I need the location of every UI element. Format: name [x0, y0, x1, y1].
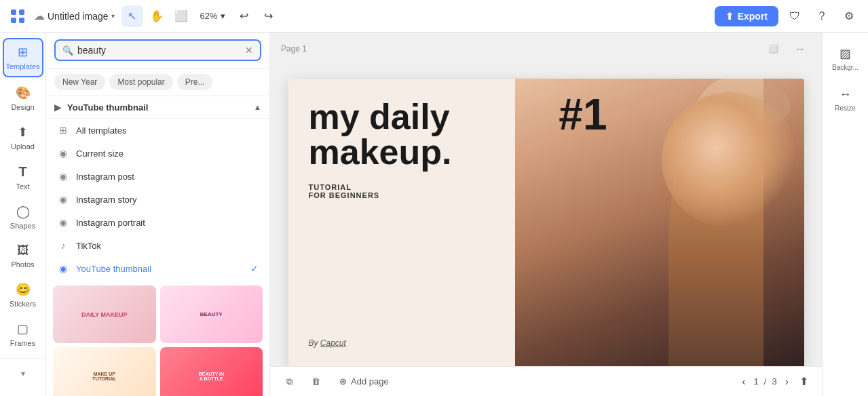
category-instagram-portrait[interactable]: ◉ Instagram portrait	[46, 211, 269, 234]
copy-icon: ⧉	[286, 376, 293, 387]
zoom-chevron-icon: ▾	[221, 11, 225, 21]
canvas-scroll[interactable]: my daily makeup. TUTORIAL FOR BEGINNERS …	[270, 65, 822, 366]
help-button[interactable]: ?	[811, 5, 833, 27]
youtube-thumbnail-header[interactable]: ▶ YouTube thumbnail ▲	[46, 96, 269, 119]
stickers-icon: 😊	[16, 282, 31, 297]
current-size-label: Current size	[76, 148, 124, 159]
filter-tab-most-popular[interactable]: Most popular	[109, 74, 172, 90]
main-layout: ⊞ Templates 🎨 Design ⬆ Upload T Text ◯ S…	[0, 33, 868, 396]
category-current-size[interactable]: ◉ Current size	[46, 142, 269, 165]
logo-icon[interactable]	[8, 7, 27, 26]
page-navigation: ‹ 1 / 3 › ⬆	[739, 372, 811, 391]
frames-icon: ▢	[17, 321, 29, 336]
cloud-icon: ☁	[34, 9, 45, 22]
page-current: 1	[754, 376, 759, 387]
sidebar-item-shapes-label: Shapes	[10, 222, 35, 230]
tiktok-label: TikTok	[76, 241, 101, 251]
export-button[interactable]: ⬆ Export	[715, 6, 778, 26]
sidebar-item-design[interactable]: 🎨 Design	[3, 80, 43, 117]
svg-rect-3	[19, 18, 24, 23]
youtube-thumbnail-label: YouTube thumbnail	[76, 264, 151, 274]
add-page-button[interactable]: ⊕ Add page	[334, 372, 394, 391]
zoom-value: 62%	[200, 11, 218, 21]
canvas-expand-button[interactable]: ⬜	[762, 38, 784, 60]
design-icon: 🎨	[16, 85, 31, 100]
svg-rect-2	[11, 18, 16, 23]
canvas-header: Page 1 ⬜ ···	[270, 33, 822, 65]
text-icon: T	[18, 164, 26, 180]
cursor-tool-button[interactable]: ↖	[121, 5, 143, 27]
sidebar-item-frames[interactable]: ▢ Frames	[3, 316, 43, 353]
document-title-area[interactable]: ☁ Untitled image ▾	[34, 9, 115, 22]
canvas-more-button[interactable]: ···	[789, 38, 811, 60]
category-header-icon: ▶	[54, 102, 62, 113]
templates-panel: 🔍 ✕ New Year Most popular Pre... ▶ YouTu…	[46, 33, 270, 396]
current-size-icon: ◉	[57, 148, 69, 159]
sidebar-expand-button[interactable]: ▾	[3, 364, 43, 383]
search-clear-button[interactable]: ✕	[245, 45, 253, 56]
sidebar-item-photos[interactable]: 🖼 Photos	[3, 238, 43, 274]
category-instagram-story[interactable]: ◉ Instagram story	[46, 188, 269, 211]
sidebar-item-text[interactable]: T Text	[3, 159, 43, 196]
delete-page-button[interactable]: 🗑	[306, 372, 326, 391]
sidebar-item-frames-label: Frames	[10, 339, 35, 347]
sidebar-item-stickers-label: Stickers	[10, 300, 36, 308]
filter-tab-pre[interactable]: Pre...	[177, 74, 213, 90]
right-panel-resize[interactable]: ↔ Resize	[825, 82, 866, 117]
category-instagram-post[interactable]: ◉ Instagram post	[46, 165, 269, 188]
sidebar-item-photos-label: Photos	[11, 260, 34, 269]
redo-button[interactable]: ↪	[258, 5, 280, 27]
category-all-templates[interactable]: ⊞ All templates	[46, 119, 269, 142]
tiktok-icon: ♪	[57, 240, 69, 251]
template-thumbnail-2[interactable]: BEAUTY	[160, 285, 263, 343]
export-label: Export	[738, 11, 768, 22]
instagram-portrait-icon: ◉	[57, 217, 69, 228]
topbar-right: ⬆ Export 🛡 ? ⚙	[715, 5, 860, 27]
thumbnail-grid: DAILY MAKEUP BEAUTY MAKE UPTUTORIAL BEAU…	[46, 280, 269, 396]
settings-button[interactable]: ⚙	[838, 5, 860, 27]
all-templates-label: All templates	[76, 125, 126, 136]
resize-panel-label: Resize	[835, 104, 856, 112]
hand-tool-button[interactable]: ✋	[146, 5, 168, 27]
export-icon: ⬆	[725, 11, 734, 22]
frame-tool-button[interactable]: ⬜	[170, 5, 192, 27]
next-page-button[interactable]: ›	[782, 373, 791, 391]
prev-page-button[interactable]: ‹	[739, 373, 748, 391]
background-panel-icon: ▨	[839, 46, 851, 61]
all-templates-icon: ⊞	[57, 125, 69, 136]
instagram-post-icon: ◉	[57, 171, 69, 182]
sidebar-item-upload[interactable]: ⬆ Upload	[3, 119, 43, 156]
category-youtube-thumbnail[interactable]: ◉ YouTube thumbnail ✓	[46, 257, 269, 280]
topbar: ☁ Untitled image ▾ ↖ ✋ ⬜ 62% ▾ ↩ ↪ ⬆ Exp…	[0, 0, 868, 33]
search-bar: 🔍 ✕	[46, 33, 269, 68]
sidebar-item-stickers[interactable]: 😊 Stickers	[3, 277, 43, 313]
svg-rect-0	[11, 9, 16, 15]
youtube-check-icon: ✓	[250, 263, 259, 274]
expand-button[interactable]: ⬆	[797, 372, 811, 391]
canvas-text-overlay: my daily makeup. TUTORIAL FOR BEGINNERS …	[288, 79, 536, 366]
canvas-credit: By Capcut	[309, 338, 516, 348]
filter-tab-new-year[interactable]: New Year	[54, 74, 105, 90]
template-thumbnail-1[interactable]: DAILY MAKEUP	[53, 285, 156, 343]
search-input[interactable]	[77, 45, 241, 56]
add-page-icon: ⊕	[339, 376, 347, 387]
canvas-subtitle: TUTORIAL FOR BEGINNERS	[309, 183, 516, 199]
sidebar-item-upload-label: Upload	[11, 142, 35, 151]
instagram-portrait-label: Instagram portrait	[76, 218, 145, 228]
category-tiktok[interactable]: ♪ TikTok	[46, 234, 269, 257]
sidebar-item-shapes[interactable]: ◯ Shapes	[3, 199, 43, 235]
undo-button[interactable]: ↩	[233, 5, 255, 27]
canvas-page[interactable]: my daily makeup. TUTORIAL FOR BEGINNERS …	[288, 79, 804, 366]
photos-icon: 🖼	[17, 243, 29, 258]
sidebar-item-design-label: Design	[11, 103, 34, 111]
template-thumbnail-4[interactable]: BEAUTY INA BOTTLE	[160, 347, 263, 396]
right-panel-background[interactable]: ▨ Backgr...	[825, 41, 866, 77]
resize-panel-icon: ↔	[839, 87, 852, 102]
sidebar-item-templates[interactable]: ⊞ Templates	[3, 38, 43, 77]
zoom-button[interactable]: 62% ▾	[195, 8, 231, 24]
templates-icon: ⊞	[18, 45, 28, 60]
shield-button[interactable]: 🛡	[784, 5, 806, 27]
page-label: Page 1	[281, 44, 307, 54]
template-thumbnail-3[interactable]: MAKE UPTUTORIAL	[53, 347, 156, 396]
copy-page-button[interactable]: ⧉	[281, 372, 298, 391]
